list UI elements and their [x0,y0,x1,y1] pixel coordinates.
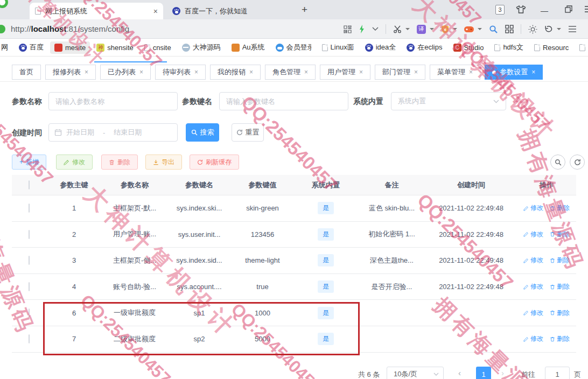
reset-button[interactable]: 重置 [232,123,264,142]
shield-icon[interactable]: ¥ [441,25,449,34]
close-icon[interactable]: × [414,68,418,76]
row-delete-link[interactable]: 删除 [550,334,570,343]
bookmark-item[interactable]: 百度 [15,40,48,54]
bookmark-item[interactable]: cnsite [140,41,176,54]
flash-icon[interactable] [359,25,365,33]
close-icon[interactable]: × [469,68,473,76]
next-page-icon[interactable]: › [501,368,504,377]
bookmark-item[interactable]: CStudio [449,41,488,54]
bookmark-item[interactable]: 会员登录 [271,40,316,54]
nav-tab[interactable]: 待审列表× [155,65,206,80]
close-icon[interactable]: × [85,68,88,76]
export-button[interactable]: 导出 [145,155,182,170]
nav-tab-active-params[interactable]: 参数设置× [485,65,543,80]
builtin-select[interactable]: 系统内置 [391,92,506,110]
theme-shirt-icon[interactable] [516,5,526,14]
nav-tab[interactable]: 报修列表× [45,65,96,80]
nav-tab-home[interactable]: 首页 [12,65,41,80]
apps-grid-icon[interactable] [505,25,514,33]
param-key-input[interactable] [219,92,348,110]
browser-tab-active[interactable]: 网上报销系统 × [30,3,163,19]
prev-page-icon[interactable]: ‹ [458,368,461,377]
table-refresh-button[interactable] [570,155,585,170]
edge-clipped-icon[interactable] [568,25,577,33]
caret-icon[interactable] [430,28,434,32]
row-delete-link[interactable]: 删除 [550,282,570,291]
scissors-icon[interactable] [393,25,402,33]
browser-tab-baidu[interactable]: 百度一下，你就知道 [167,3,300,19]
row-delete-link[interactable]: 删除 [550,256,570,265]
date-range-input[interactable]: 开始日期 - 结束日期 [48,123,178,142]
nav-tab[interactable]: 角色管理× [265,65,316,80]
bookmark-item[interactable]: Au系统 [227,40,269,54]
nav-tab[interactable]: 用户管理× [320,65,370,80]
nav-tab[interactable]: 已办列表× [100,65,151,80]
close-icon[interactable]: × [531,68,535,76]
add-button[interactable]: +新增 [12,155,46,170]
row-edit-link[interactable]: 修改 [523,334,543,343]
undo-icon[interactable] [544,25,553,33]
sun-icon[interactable] [528,25,537,34]
bookmark-item[interactable]: 大神源码 [178,40,225,54]
nav-tab[interactable]: 部门管理× [375,65,425,80]
row-edit-link[interactable]: 修改 [523,203,543,213]
qr-grid-icon[interactable] [344,25,352,33]
close-icon[interactable]: × [249,68,253,76]
bookmark-item[interactable]: idea全 [361,40,401,54]
bookmark-item[interactable]: 在eclips [402,40,446,54]
gamepad-icon[interactable] [464,26,474,33]
url-text[interactable]: http://localhost:81/system/config [11,24,129,33]
bookmark-item[interactable]: mesite [50,41,90,54]
nav-tab[interactable]: 我的报销× [210,65,261,80]
bookmark-item[interactable]: Resourc [530,41,573,54]
bookmark-item[interactable]: Linux面 [318,40,359,54]
row-edit-link[interactable]: 修改 [523,230,543,239]
bookmark-item[interactable]: hdfs文 [490,40,528,54]
goto-page-input[interactable] [545,367,570,379]
caret-icon[interactable] [557,28,561,32]
row-checkbox[interactable] [29,282,30,291]
row-delete-link[interactable]: 删除 [550,203,570,213]
chevron-down-icon[interactable] [372,27,379,31]
column-header: 备注 [358,180,425,190]
table-search-toggle-button[interactable] [550,155,565,170]
caret-icon[interactable] [405,28,410,32]
maximize-icon[interactable] [564,5,573,13]
row-delete-link[interactable]: 删除 [550,308,570,318]
bookmark-item[interactable]: SparkS [575,41,588,54]
row-edit-link[interactable]: 修改 [523,308,543,318]
row-checkbox[interactable] [29,334,30,343]
new-tab-icon[interactable]: + [302,4,307,16]
refresh-cache-button[interactable]: 刷新缓存 [190,155,239,170]
caret-icon[interactable] [478,28,482,32]
close-icon[interactable]: × [153,8,158,15]
row-checkbox[interactable] [29,256,30,265]
bookmark-item[interactable]: 网 [0,40,12,54]
edit-button[interactable]: 修改 [56,155,93,170]
tab-count-badge[interactable]: 3 [495,5,505,15]
page-size-select[interactable]: 10条/页 [387,367,444,379]
search-button[interactable]: 搜索 [186,123,219,142]
delete-button[interactable]: 删除 [101,155,138,170]
row-checkbox[interactable] [29,308,30,318]
close-icon[interactable]: × [359,68,363,76]
caret-icon[interactable] [453,28,457,32]
column-header: 参数主键 [46,180,102,190]
close-icon[interactable]: × [194,68,198,76]
minimize-icon[interactable]: — [541,6,548,15]
row-delete-link[interactable]: 删除 [550,230,570,239]
close-icon[interactable]: × [304,68,308,76]
row-edit-link[interactable]: 修改 [523,256,543,265]
row-checkbox[interactable] [29,203,30,213]
current-page-button[interactable]: 1 [476,367,491,379]
translate-icon[interactable]: 译 [417,25,426,34]
bookmark-item[interactable]: 神shensite [92,41,137,54]
param-name-input[interactable] [48,92,178,110]
close-icon[interactable]: × [139,68,143,76]
row-checkbox[interactable] [29,230,30,239]
row-edit-link[interactable]: 修改 [523,282,543,291]
menu-icon[interactable] [585,6,588,12]
select-all-checkbox[interactable] [29,180,30,190]
nav-tab[interactable]: 菜单管理× [430,65,480,80]
search-key-icon[interactable] [489,25,498,34]
